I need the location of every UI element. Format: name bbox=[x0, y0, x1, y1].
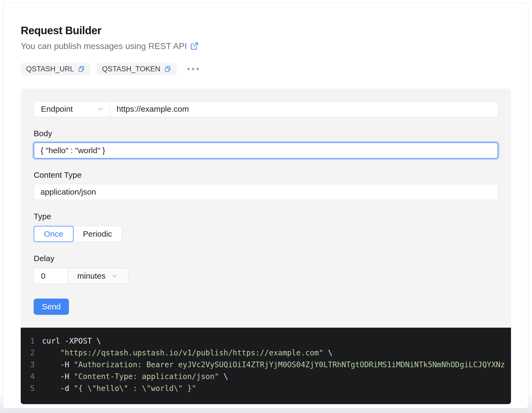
endpoint-type-value: Endpoint bbox=[41, 104, 73, 114]
env-variables-row: QSTASH_URL QSTASH_TOKEN bbox=[21, 63, 510, 75]
content-type-label: Content Type bbox=[34, 170, 498, 180]
code-line: 3 -H "Authorization: Bearer eyJVc2VySUQi… bbox=[30, 359, 511, 371]
more-options-button[interactable] bbox=[184, 65, 202, 73]
code-text: -H "Authorization: Bearer eyJVc2VySUQiOi… bbox=[42, 359, 505, 371]
code-text: "https://qstash.upstash.io/v1/publish/ht… bbox=[42, 347, 332, 359]
code-line: 5 -d "{ \"hello\" : \"world\" }" bbox=[30, 383, 511, 394]
external-link-icon[interactable] bbox=[190, 42, 199, 50]
qstash-token-copy-button[interactable]: QSTASH_TOKEN bbox=[97, 63, 177, 75]
code-text: curl -XPOST \ bbox=[42, 335, 101, 347]
subtitle-text: You can publish messages using REST API bbox=[21, 41, 187, 51]
code-text: -d "{ \"hello\" : \"world\" }" bbox=[42, 383, 196, 394]
curl-code-block: 1curl -XPOST \2 "https://qstash.upstash.… bbox=[21, 328, 511, 404]
type-segmented-control: Once Periodic bbox=[34, 226, 122, 242]
code-line: 2 "https://qstash.upstash.io/v1/publish/… bbox=[30, 347, 511, 359]
body-input[interactable] bbox=[34, 142, 498, 159]
qstash-url-label: QSTASH_URL bbox=[26, 65, 74, 73]
type-option-periodic[interactable]: Periodic bbox=[73, 226, 122, 242]
ellipsis-icon bbox=[187, 67, 199, 71]
line-number: 5 bbox=[30, 383, 34, 394]
delay-unit-value: minutes bbox=[77, 271, 106, 281]
code-line: 1curl -XPOST \ bbox=[30, 335, 511, 347]
endpoint-url-input[interactable] bbox=[110, 101, 498, 117]
chevron-down-icon bbox=[110, 272, 118, 280]
delay-label: Delay bbox=[34, 253, 498, 264]
page-subtitle: You can publish messages using REST API bbox=[21, 41, 510, 51]
endpoint-type-select[interactable]: Endpoint bbox=[34, 101, 110, 117]
send-button[interactable]: Send bbox=[34, 299, 69, 315]
request-builder-card: Request Builder You can publish messages… bbox=[3, 3, 528, 408]
delay-unit-select[interactable]: minutes bbox=[68, 268, 128, 284]
code-text: -H "Content-Type: application/json" \ bbox=[42, 371, 228, 383]
line-number: 2 bbox=[30, 347, 34, 359]
copy-icon bbox=[164, 65, 171, 72]
page-title: Request Builder bbox=[21, 24, 510, 37]
code-lines: 1curl -XPOST \2 "https://qstash.upstash.… bbox=[30, 335, 511, 394]
body-label: Body bbox=[34, 128, 498, 139]
line-number: 3 bbox=[30, 359, 34, 371]
line-number: 4 bbox=[30, 371, 34, 383]
delay-row: minutes bbox=[34, 268, 498, 284]
type-option-once[interactable]: Once bbox=[34, 226, 74, 242]
code-line: 4 -H "Content-Type: application/json" \ bbox=[30, 371, 511, 383]
delay-value-input[interactable] bbox=[34, 268, 68, 284]
type-label: Type bbox=[34, 211, 498, 222]
copy-icon bbox=[78, 65, 85, 72]
endpoint-row: Endpoint bbox=[34, 101, 498, 117]
qstash-token-label: QSTASH_TOKEN bbox=[102, 65, 160, 73]
request-form-panel: Endpoint Body Content Type Type Once Per… bbox=[21, 89, 511, 328]
line-number: 1 bbox=[30, 335, 34, 347]
chevron-down-icon bbox=[96, 105, 104, 113]
content-type-input[interactable] bbox=[34, 184, 498, 200]
qstash-url-copy-button[interactable]: QSTASH_URL bbox=[21, 63, 90, 75]
